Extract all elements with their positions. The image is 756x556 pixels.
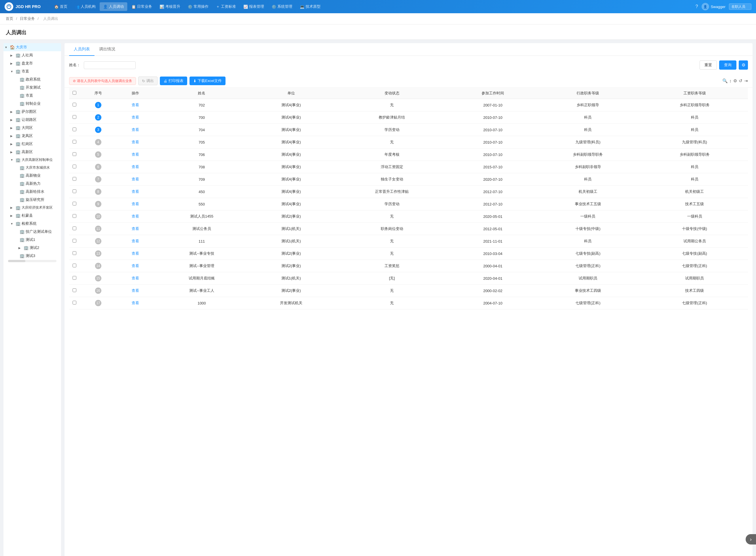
tree-item-longfeng[interactable]: ▶ 🏢 龙凤区 [8,132,61,140]
tree-item-rensheju[interactable]: ▶ 🏢 人社局 [8,51,61,59]
view-link[interactable]: 查看 [132,165,139,169]
breadcrumb-home[interactable]: 首页 [6,16,13,21]
tree-item-shizhi[interactable]: ▼ 🏢 市直 [8,67,61,75]
row-checkbox[interactable] [73,227,76,230]
tab-transfer-status[interactable]: 调出情况 [95,43,120,56]
row-checkbox[interactable] [73,177,76,181]
view-link[interactable]: 查看 [132,189,139,194]
row-checkbox[interactable] [73,152,76,156]
settings-icon-button[interactable]: ⚙ [739,61,748,70]
tree-item-test2[interactable]: ▶ 🏢 测试2 [16,244,61,252]
tree-item-zhengfu[interactable]: 🏢 政府系统 [16,75,61,83]
nav-operations[interactable]: ⚙️ 常用操作 [184,2,212,11]
float-ball[interactable]: › [746,534,756,545]
excel-button[interactable]: ⬇ 下载Excel文件 [190,76,226,85]
tree-item-test1[interactable]: 🏢 测试1 [16,236,61,244]
row-checkbox[interactable] [73,189,76,193]
tree-item-geipaishui[interactable]: 🏢 高新给排水 [16,188,61,196]
view-link[interactable]: 查看 [132,177,139,181]
nav-reports[interactable]: 📈 报表管理 [240,2,268,11]
tree-item-jianchahui[interactable]: ▼ 🏢 检察系统 [8,219,61,228]
row-work-date: 2000-02-02 [451,285,534,297]
tree-item-gaoxinwuye[interactable]: 🏢 高新物业 [16,172,61,180]
view-link[interactable]: 查看 [132,227,139,231]
row-checkbox[interactable] [73,128,76,131]
tree-item-ranghulu[interactable]: ▶ 🏢 让胡路区 [8,116,61,124]
view-link[interactable]: 查看 [132,251,139,255]
tree-item-dumeng[interactable]: ▶ 🏢 杜蒙县 [8,211,61,219]
table-row: 9查看550测试4(事业)学历变动2012-07-10事业技术工五级技术工五级 [69,198,748,210]
user-info[interactable]: 👤 Swagger [701,3,725,10]
row-checkbox[interactable] [73,140,76,144]
col-status: 变动状态 [333,88,451,99]
row-checkbox[interactable] [73,214,76,218]
tree-item-gaoxinzhuanzhi[interactable]: ▼ 🏢 大庆高新区转制单位 [8,156,61,164]
tree-item-xuanyayanjiu[interactable]: 🏢 旋压研究所 [16,196,61,204]
tree-item-shizhi2[interactable]: 🏢 市直 [16,92,61,100]
reset-button[interactable]: 重置 [699,61,717,70]
config-icon[interactable]: ⚙ [733,78,737,83]
tree-item-honggang[interactable]: ▶ 🏢 红岗区 [8,140,61,148]
search-button[interactable]: 查询 [719,61,736,70]
tree-item-datong[interactable]: ▶ 🏢 大同区 [8,124,61,132]
tree-item-jingji[interactable]: ▶ 🏢 大庆经济技术开发区 [8,204,61,211]
row-checkbox[interactable] [73,264,76,267]
nav-system[interactable]: ⚙️ 系统管理 [268,2,296,11]
row-checkbox-cell [69,210,79,223]
tree-item-saertuzq[interactable]: ▶ 🏢 萨尔图区 [8,108,61,116]
nav-review[interactable]: 📊 考核晋升 [156,2,184,11]
tree-item-dongcheng[interactable]: 🏢 大庆市东城供水 [16,164,61,172]
nav-salary[interactable]: ＋ 工资标准 [212,2,239,11]
row-checkbox[interactable] [73,239,76,243]
nav-org[interactable]: 👥 人员机构 [71,2,99,11]
view-link[interactable]: 查看 [132,128,139,132]
view-link[interactable]: 查看 [132,276,139,280]
row-checkbox[interactable] [73,288,76,292]
sort-icon[interactable]: ↕ [729,78,732,83]
row-checkbox[interactable] [73,103,76,106]
view-link[interactable]: 查看 [132,140,139,144]
view-link[interactable]: 查看 [132,239,139,243]
nav-daily[interactable]: 📋 日常业务 [128,2,156,11]
tree-item-gaoxinreli[interactable]: 🏢 高新热力 [16,180,61,188]
tree-item-gaoxin[interactable]: ▶ 🏢 高新区 [8,148,61,156]
row-checkbox[interactable] [73,251,76,255]
refresh-icon[interactable]: ↺ [739,78,743,83]
row-checkbox[interactable] [73,276,76,280]
row-checkbox[interactable] [73,115,76,119]
expand-icon[interactable]: ⇥ [744,78,748,83]
breadcrumb-daily[interactable]: 日常业务 [20,16,35,21]
row-checkbox-cell [69,235,79,247]
view-link[interactable]: 查看 [132,214,139,218]
print-button[interactable]: 🖨 打印报表 [160,76,187,85]
tree-item-zhuanzhi[interactable]: 🏢 转制企业 [16,100,61,108]
search-input[interactable] [84,61,136,69]
view-link[interactable]: 查看 [132,264,139,268]
view-link[interactable]: 查看 [132,115,139,119]
sidebar-scrollbar[interactable] [8,260,57,262]
row-checkbox[interactable] [73,301,76,305]
help-icon[interactable]: ? [695,4,698,9]
status-select[interactable]: 在职人员 [729,3,751,10]
tree-item-panlong[interactable]: ▶ 🏢 盘龙市 [8,59,61,67]
view-link[interactable]: 查看 [132,301,139,305]
tree-item-jiguang[interactable]: 🏢 技广达测试单位 [16,228,61,236]
nav-prototype[interactable]: 💻 技术原型 [296,2,324,11]
row-checkbox[interactable] [73,202,76,206]
view-link[interactable]: 查看 [132,288,139,293]
tree-item-test3[interactable]: 🏢 测试3 [16,252,61,260]
row-work-date: 2004-07-10 [451,297,534,309]
nav-transfer[interactable]: 👤 人员调动 [100,2,127,11]
view-link[interactable]: 查看 [132,103,139,107]
view-link[interactable]: 查看 [132,202,139,206]
row-checkbox-cell [69,198,79,210]
tree-item-daqing[interactable]: ▼ 🏠 大庆市 [3,43,61,51]
transfer-out-button[interactable]: ↻ 调出 [138,76,158,85]
row-checkbox[interactable] [73,165,76,168]
view-link[interactable]: 查看 [132,152,139,157]
nav-home[interactable]: 🏠 首页 [51,2,71,11]
tree-item-kaifa[interactable]: 🏢 开发测试 [16,83,61,92]
search-icon[interactable]: 🔍 [722,78,728,83]
tab-personnel-list[interactable]: 人员列表 [69,43,95,56]
select-all-checkbox[interactable] [73,91,76,95]
